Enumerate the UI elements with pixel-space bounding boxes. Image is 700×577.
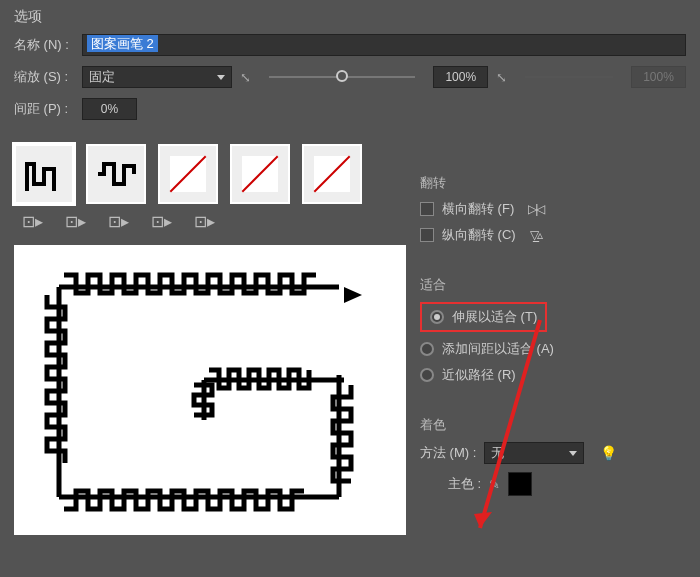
tile-end[interactable] [302,144,362,204]
eyedropper-icon[interactable]: ✎ [489,477,500,492]
colorize-heading: 着色 [420,416,680,434]
tile-tool-5[interactable]: ⊡▸ [194,212,215,231]
slider-thumb[interactable] [336,70,348,82]
chevron-down-icon [569,451,577,456]
name-value: 图案画笔 2 [87,35,158,52]
method-value: 无 [491,444,504,462]
scale-slider[interactable] [269,76,415,78]
tile-tool-3[interactable]: ⊡▸ [108,212,129,231]
tile-inner-corner[interactable] [158,144,218,204]
tile-side[interactable] [86,144,146,204]
fit-stretch-label: 伸展以适合 (T) [452,308,537,326]
svg-marker-0 [344,287,362,303]
flip-horizontal-label: 横向翻转 (F) [442,200,514,218]
fit-approx-label: 近似路径 (R) [442,366,516,384]
scale-percent-disabled: 100% [631,66,686,88]
key-color-swatch[interactable] [508,472,532,496]
scale-percent-field[interactable]: 100% [433,66,488,88]
flip-vertical-checkbox[interactable] [420,228,434,242]
brush-preview [14,245,406,535]
spacing-label: 间距 (P) : [14,100,74,118]
chevron-down-icon [217,75,225,80]
options-heading: 选项 [14,8,686,26]
tile-outer-corner[interactable] [14,144,74,204]
fit-heading: 适合 [420,276,680,294]
tile-tool-1[interactable]: ⊡▸ [22,212,43,231]
slider-min-icon: ⤡ [240,70,251,85]
name-input[interactable]: 图案画笔 2 [82,34,686,56]
flip-heading: 翻转 [420,174,680,192]
scale-label: 缩放 (S) : [14,68,74,86]
scale-mode-value: 固定 [89,68,115,86]
name-label: 名称 (N) : [14,36,74,54]
flip-horizontal-icon: ▷|◁ [528,202,543,216]
method-label: 方法 (M) : [420,444,476,462]
tile-start[interactable] [230,144,290,204]
flip-horizontal-checkbox[interactable] [420,202,434,216]
key-color-label: 主色 : [448,475,481,493]
fit-stretch-highlight: 伸展以适合 (T) [420,302,547,332]
slider-max-icon: ⤡ [496,70,507,85]
scale-slider-2 [525,76,613,78]
fit-approx-radio[interactable] [420,368,434,382]
fit-stretch-radio[interactable] [430,310,444,324]
fit-add-space-label: 添加间距以适合 (A) [442,340,554,358]
flip-vertical-icon: ▽̲▵ [530,228,541,242]
flip-vertical-label: 纵向翻转 (C) [442,226,516,244]
scale-mode-select[interactable]: 固定 [82,66,232,88]
tile-tool-4[interactable]: ⊡▸ [151,212,172,231]
tips-icon[interactable]: 💡 [600,445,617,461]
fit-add-space-radio[interactable] [420,342,434,356]
method-select[interactable]: 无 [484,442,584,464]
tile-tool-2[interactable]: ⊡▸ [65,212,86,231]
spacing-field[interactable]: 0% [82,98,137,120]
